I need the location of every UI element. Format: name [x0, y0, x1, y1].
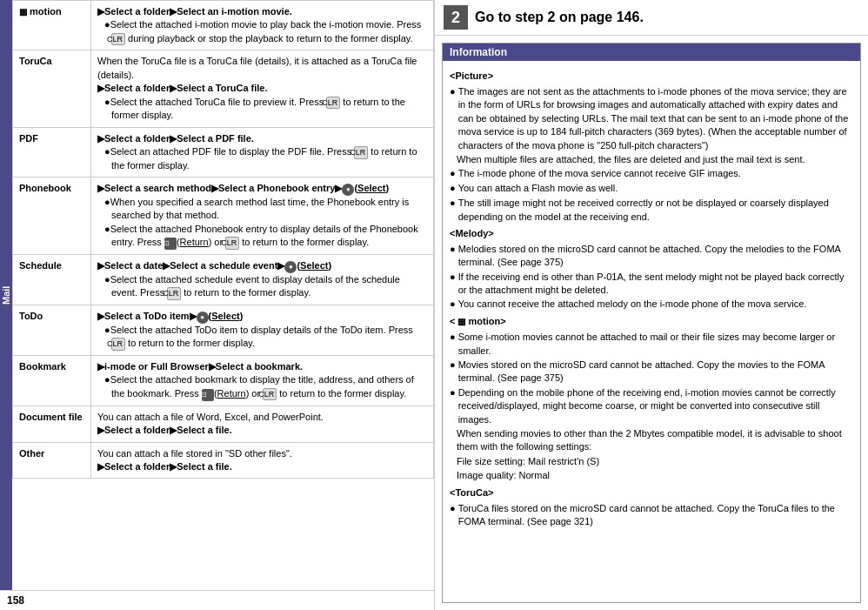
- table-row: ToruCa When the ToruCa file is a ToruCa …: [13, 50, 434, 127]
- table-row: Document file You can attach a file of W…: [13, 406, 434, 442]
- toruca-bullet1: ToruCa files stored on the microSD card …: [458, 502, 853, 529]
- table-row: Bookmark ▶i-mode or Full Browser▶Select …: [13, 356, 434, 406]
- table-row: Schedule ▶Select a date▶Select a schedul…: [13, 255, 434, 305]
- bullet-dot: ●: [450, 359, 456, 385]
- imotion-indent2: File size setting: Mail restrict'n (S): [457, 455, 853, 468]
- row-content-other: You can attach a file stored in "SD othe…: [91, 442, 434, 479]
- table-row: Other You can attach a file stored in "S…: [13, 442, 434, 479]
- phonebook-instruction: ▶Select a search method▶Select a Phonebo…: [97, 182, 427, 196]
- section-title-imotion: < ▦ motion>: [450, 315, 853, 329]
- info-bullet: ● ToruCa files stored on the microSD car…: [450, 502, 853, 529]
- section-title-picture: <Picture>: [450, 70, 853, 84]
- step-header: 2 Go to step 2 on page 146.: [435, 0, 868, 36]
- step-number: 2: [444, 5, 468, 30]
- row-label-bookmark: Bookmark: [13, 356, 91, 406]
- phonebook-detail2: ●Select the attached Phonebook entry to …: [104, 223, 427, 250]
- bullet-dot: ●: [450, 85, 456, 152]
- left-content: Mail ▦ motion ▶Select a folder▶Select an…: [0, 0, 434, 590]
- info-bullet: ● The i-mode phone of the mova service c…: [450, 167, 853, 181]
- phonebook-detail1: ●When you specified a search method last…: [104, 196, 427, 223]
- todo-detail: ●Select the attached ToDo item to displa…: [104, 324, 427, 351]
- row-label-other: Other: [13, 442, 91, 479]
- left-panel: Mail ▦ motion ▶Select a folder▶Select an…: [0, 0, 435, 610]
- attachment-table: ▦ motion ▶Select a folder▶Select an i-mo…: [12, 0, 434, 479]
- row-content-todo: ▶Select a ToDo item▶●(Select) ●Select th…: [91, 305, 434, 356]
- table-row: ▦ motion ▶Select a folder▶Select an i-mo…: [13, 1, 434, 50]
- mail-sidebar-label: Mail: [0, 0, 12, 590]
- row-content-phonebook: ▶Select a search method▶Select a Phonebo…: [91, 177, 434, 254]
- imotion-bullet1: Some i-motion movies cannot be attached …: [458, 331, 853, 358]
- info-bullet: ● If the receiving end is other than P-0…: [450, 271, 853, 298]
- info-box-header: Information: [443, 44, 860, 61]
- other-instruction: ▶Select a folder▶Select a file.: [97, 460, 427, 473]
- other-desc: You can attach a file stored in "SD othe…: [97, 447, 427, 460]
- info-bullet: ● Movies stored on the microSD card cann…: [450, 359, 853, 385]
- row-content-schedule: ▶Select a date▶Select a schedule event▶●…: [91, 255, 434, 305]
- toruca-detail: ●Select the attached ToruCa file to prev…: [104, 96, 427, 123]
- todo-instruction: ▶Select a ToDo item▶●(Select): [97, 310, 427, 324]
- bullet-dot: ●: [450, 243, 456, 270]
- step-text: Go to step 2 on page 146.: [475, 10, 644, 25]
- imotion-instruction: ▶Select a folder▶Select an i-motion movi…: [97, 5, 427, 18]
- row-label-phonebook: Phonebook: [13, 177, 91, 254]
- docfile-desc: You can attach a file of Word, Excel, an…: [97, 411, 427, 424]
- pdf-instruction: ▶Select a folder▶Select a PDF file.: [97, 132, 427, 145]
- info-bullet: ● You cannot receive the attached melody…: [450, 298, 853, 312]
- row-content-pdf: ▶Select a folder▶Select a PDF file. ●Sel…: [91, 127, 434, 177]
- info-bullet: ● You can attach a Flash movie as well.: [450, 182, 853, 196]
- info-bullet: ● The images are not sent as the attachm…: [450, 85, 853, 152]
- imotion-icon: ▦: [19, 7, 27, 17]
- table-row: ToDo ▶Select a ToDo item▶●(Select) ●Sele…: [13, 305, 434, 356]
- imotion-indent3: Image quality: Normal: [457, 469, 853, 482]
- toruca-desc: When the ToruCa file is a ToruCa file (d…: [97, 55, 427, 82]
- picture-bullet3: You can attach a Flash movie as well.: [458, 182, 618, 196]
- bullet-dot: ●: [450, 386, 456, 426]
- bookmark-instruction: ▶i-mode or Full Browser▶Select a bookmar…: [97, 360, 427, 373]
- info-bullet: ● Melodies stored on the microSD card ca…: [450, 243, 853, 270]
- imotion-indent1: When sending movies to other than the 2 …: [457, 427, 853, 454]
- picture-bullet2: The i-mode phone of the mova service can…: [458, 167, 741, 181]
- pdf-detail: ●Select an attached PDF file to display …: [104, 145, 427, 172]
- schedule-detail: ●Select the attached schedule event to d…: [104, 273, 427, 300]
- info-bullet: ● Some i-motion movies cannot be attache…: [450, 331, 853, 358]
- info-bullet: ● The still image might not be received …: [450, 197, 853, 224]
- right-panel: 2 Go to step 2 on page 146. Information …: [435, 0, 868, 610]
- row-content-bookmark: ▶i-mode or Full Browser▶Select a bookmar…: [91, 356, 434, 406]
- info-box-content: <Picture> ● The images are not sent as t…: [443, 61, 860, 534]
- bullet-dot: ●: [450, 197, 456, 224]
- page-number: 158: [0, 590, 434, 610]
- row-content-docfile: You can attach a file of Word, Excel, an…: [91, 406, 434, 442]
- imotion-bullet2: Movies stored on the microSD card cannot…: [458, 359, 853, 385]
- section-title-toruca-right: <ToruCa>: [450, 486, 853, 500]
- bullet-dot: ●: [450, 298, 456, 312]
- info-box: Information <Picture> ● The images are n…: [442, 43, 861, 603]
- imotion-detail: ●Select the attached i-motion movie to p…: [104, 18, 427, 45]
- schedule-instruction: ▶Select a date▶Select a schedule event▶●…: [97, 259, 427, 273]
- picture-bullet1: The images are not sent as the attachmen…: [458, 85, 853, 152]
- bullet-dot: ●: [450, 502, 456, 529]
- picture-indent1: When multiple files are attached, the fi…: [457, 153, 853, 166]
- table-row: PDF ▶Select a folder▶Select a PDF file. …: [13, 127, 434, 177]
- row-label-docfile: Document file: [13, 406, 91, 442]
- row-content-imotion: ▶Select a folder▶Select an i-motion movi…: [91, 1, 434, 50]
- bullet-dot: ●: [450, 182, 456, 196]
- melody-bullet1: Melodies stored on the microSD card cann…: [458, 243, 853, 270]
- row-label-imotion: ▦ motion: [13, 1, 91, 50]
- picture-bullet4: The still image might not be received co…: [458, 197, 853, 224]
- melody-bullet2: If the receiving end is other than P-01A…: [458, 271, 853, 298]
- table-row: Phonebook ▶Select a search method▶Select…: [13, 177, 434, 254]
- table-area: ▦ motion ▶Select a folder▶Select an i-mo…: [12, 0, 434, 590]
- info-bullet: ● Depending on the mobile phone of the r…: [450, 386, 853, 426]
- row-label-pdf: PDF: [13, 127, 91, 177]
- bullet-dot: ●: [450, 167, 456, 181]
- row-label-toruca: ToruCa: [13, 50, 91, 127]
- toruca-instruction: ▶Select a folder▶Select a ToruCa file.: [97, 82, 427, 95]
- docfile-instruction: ▶Select a folder▶Select a file.: [97, 424, 427, 437]
- imotion-icon-right: ▦: [457, 317, 465, 326]
- imotion-bullet3: Depending on the mobile phone of the rec…: [458, 386, 853, 426]
- section-title-melody: <Melody>: [450, 227, 853, 241]
- bullet-dot: ●: [450, 331, 456, 358]
- melody-bullet3: You cannot receive the attached melody o…: [458, 298, 807, 312]
- bookmark-detail: ●Select the attached bookmark to display…: [104, 373, 427, 400]
- row-label-schedule: Schedule: [13, 255, 91, 305]
